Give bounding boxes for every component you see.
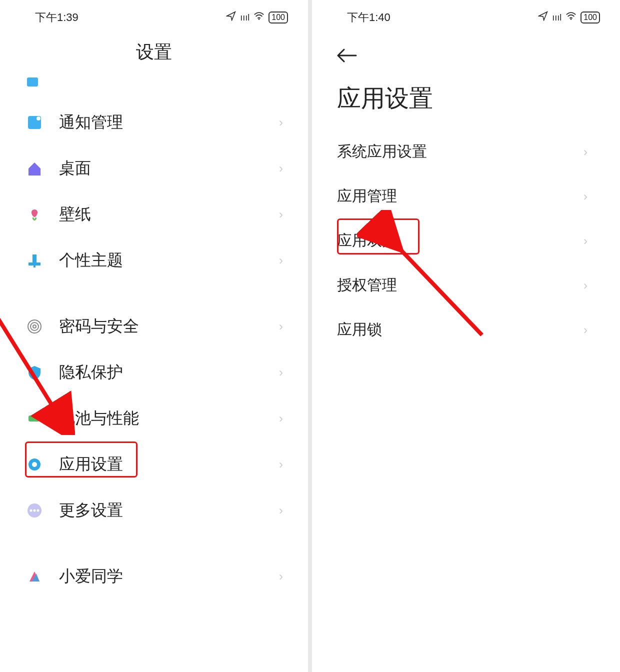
chevron-icon: › [279, 162, 283, 176]
shield-icon [25, 363, 44, 382]
chevron-icon: › [584, 145, 588, 159]
chevron-icon: › [279, 254, 283, 268]
chevron-icon: › [279, 366, 283, 380]
item-theme[interactable]: 个性主题 › [12, 238, 296, 284]
item-notify[interactable]: 通知管理 › [12, 100, 296, 146]
svg-point-0 [258, 18, 260, 20]
item-label: 桌面 [59, 158, 279, 180]
item-label: 授权管理 [337, 275, 584, 296]
chevron-icon: › [279, 412, 283, 426]
peek-item[interactable] [0, 70, 308, 90]
item-label: 壁纸 [59, 204, 279, 226]
svg-point-9 [33, 325, 36, 328]
page-title: 设置 [0, 30, 308, 70]
item-wallpaper[interactable]: 壁纸 › [12, 192, 296, 238]
svg-rect-4 [32, 254, 36, 262]
item-label: 应用双开 [337, 230, 584, 251]
svg-point-8 [30, 322, 38, 330]
wifi-icon [566, 11, 576, 24]
back-button[interactable] [312, 30, 620, 72]
page-title: 应用设置 [312, 72, 620, 130]
item-label: 电池与性能 [59, 408, 279, 430]
item-battery[interactable]: 电池与性能 › [12, 396, 296, 442]
svg-rect-1 [27, 78, 38, 86]
section-gap [12, 534, 296, 554]
status-time: 下午1:39 [35, 10, 78, 25]
item-label: 应用管理 [337, 186, 584, 206]
chevron-icon: › [584, 323, 588, 337]
item-apps[interactable]: 应用设置 › [12, 442, 296, 488]
svg-point-15 [30, 510, 32, 512]
chevron-icon: › [279, 116, 283, 130]
chevron-icon: › [279, 320, 283, 334]
chevron-icon: › [279, 504, 283, 518]
notify-icon [25, 113, 44, 132]
item-label: 隐私保护 [59, 362, 279, 384]
settings-list: 通知管理 › 桌面 › 壁纸 › 个性主题 › [0, 100, 308, 600]
svg-point-17 [37, 510, 40, 512]
wifi-icon [254, 11, 264, 24]
item-home[interactable]: 桌面 › [12, 146, 296, 192]
chevron-icon: › [584, 234, 588, 248]
gear-icon [25, 455, 44, 474]
svg-rect-11 [40, 417, 42, 420]
chevron-icon: › [279, 208, 283, 222]
item-label: 更多设置 [59, 500, 279, 522]
theme-icon [25, 251, 44, 270]
signal-icon: ıııl [240, 12, 250, 23]
status-icons: ıııl 100 [226, 11, 288, 24]
item-xiaoai[interactable]: 小爱同学 › [12, 554, 296, 600]
wallpaper-icon [25, 205, 44, 224]
chevron-icon: › [584, 190, 588, 204]
status-icons: ıııl 100 [538, 11, 600, 24]
statusbar-right: 下午1:40 ıııl 100 [312, 0, 620, 30]
item-applock[interactable]: 应用锁 › [324, 308, 608, 352]
item-more[interactable]: 更多设置 › [12, 488, 296, 534]
item-label: 通知管理 [59, 112, 279, 134]
location-icon [538, 11, 548, 24]
chevron-icon: › [279, 458, 283, 472]
item-appmgr[interactable]: 应用管理 › [324, 174, 608, 218]
item-security[interactable]: 密码与安全 › [12, 304, 296, 350]
statusbar-left: 下午1:39 ıııl 100 [0, 0, 308, 30]
home-icon [25, 159, 44, 178]
item-sysapps[interactable]: 系统应用设置 › [324, 130, 608, 174]
item-label: 小爱同学 [59, 566, 279, 588]
xiaoai-icon [25, 567, 44, 586]
item-privacy[interactable]: 隐私保护 › [12, 350, 296, 396]
item-permmgr[interactable]: 授权管理 › [324, 263, 608, 308]
item-label: 系统应用设置 [337, 142, 584, 162]
settings-screen: 下午1:39 ıııl 100 设置 通知管理 › [0, 0, 308, 672]
item-label: 个性主题 [59, 250, 279, 272]
app-settings-screen: 下午1:40 ıııl 100 应用设置 系统应用设置 › 应用管理 › 应用双… [312, 0, 620, 672]
item-label: 密码与安全 [59, 316, 279, 338]
item-label: 应用设置 [59, 454, 279, 476]
app-settings-list: 系统应用设置 › 应用管理 › 应用双开 › 授权管理 › 应用锁 › [312, 130, 620, 352]
battery-icon [25, 409, 44, 428]
chevron-icon: › [584, 278, 588, 292]
more-icon [25, 501, 44, 520]
battery-icon: 100 [580, 12, 600, 24]
chevron-icon: › [279, 570, 283, 584]
section-gap [12, 284, 296, 304]
svg-rect-6 [34, 266, 36, 268]
peek-icon [25, 72, 40, 90]
fingerprint-icon [25, 317, 44, 336]
signal-icon: ıııl [552, 12, 562, 23]
item-label: 应用锁 [337, 320, 584, 340]
svg-point-13 [32, 462, 37, 467]
battery-icon: 100 [268, 12, 288, 24]
svg-point-7 [28, 320, 41, 333]
svg-rect-5 [28, 262, 40, 266]
location-icon [226, 11, 236, 24]
status-time: 下午1:40 [347, 10, 390, 25]
svg-point-16 [34, 510, 36, 512]
item-dualapps[interactable]: 应用双开 › [324, 218, 608, 263]
svg-point-3 [36, 116, 40, 120]
svg-point-18 [570, 18, 572, 20]
svg-rect-10 [28, 416, 40, 422]
